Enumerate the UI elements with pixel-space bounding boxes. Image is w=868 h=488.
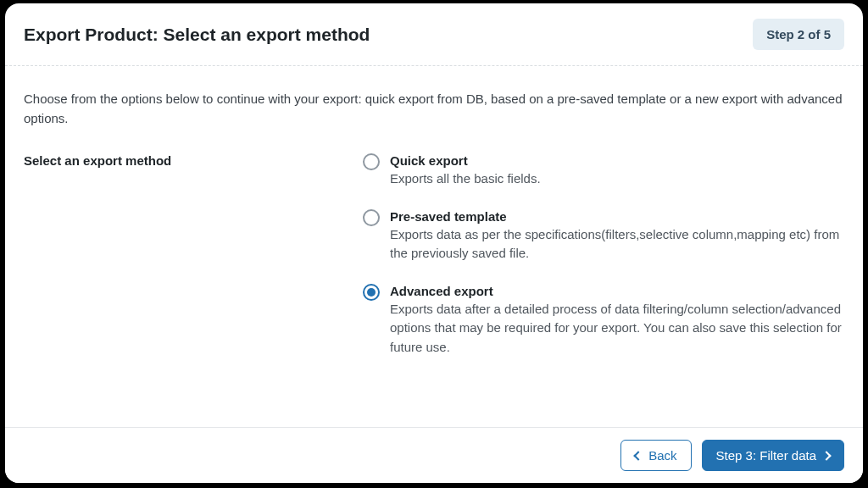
wizard-header: Export Product: Select an export method … [5, 3, 863, 66]
back-button-label: Back [648, 449, 676, 462]
option-title: Quick export [390, 153, 468, 168]
radio-icon [363, 153, 380, 170]
option-advanced-export[interactable]: Advanced export Exports data after a det… [363, 282, 844, 358]
step-indicator-badge: Step 2 of 5 [753, 19, 844, 50]
option-text: Pre-saved template Exports data as per t… [390, 208, 844, 263]
next-button[interactable]: Step 3: Filter data [702, 440, 844, 471]
option-title: Pre-saved template [390, 209, 507, 224]
chevron-right-icon [821, 451, 831, 460]
export-method-label: Select an export method [24, 152, 363, 168]
radio-icon [363, 284, 380, 301]
option-description: Exports all the basic fields. [390, 171, 541, 186]
option-text: Advanced export Exports data after a det… [390, 282, 844, 358]
wizard-footer: Back Step 3: Filter data [5, 427, 863, 483]
option-description: Exports data as per the specifications(f… [390, 227, 839, 261]
export-wizard-card: Export Product: Select an export method … [5, 3, 863, 483]
option-pre-saved-template[interactable]: Pre-saved template Exports data as per t… [363, 208, 844, 263]
radio-icon [363, 209, 380, 226]
next-button-label: Step 3: Filter data [716, 449, 816, 462]
option-text: Quick export Exports all the basic field… [390, 152, 844, 189]
wizard-body: Choose from the options below to continu… [5, 66, 863, 427]
option-description: Exports data after a detailed process of… [390, 302, 842, 354]
back-button[interactable]: Back [620, 440, 691, 471]
export-method-row: Select an export method Quick export Exp… [24, 152, 844, 375]
intro-text: Choose from the options below to continu… [24, 90, 844, 128]
chevron-left-icon [634, 451, 643, 460]
option-title: Advanced export [390, 284, 493, 298]
export-method-options: Quick export Exports all the basic field… [363, 152, 844, 375]
page-title: Export Product: Select an export method [24, 25, 370, 45]
option-quick-export[interactable]: Quick export Exports all the basic field… [363, 152, 844, 189]
